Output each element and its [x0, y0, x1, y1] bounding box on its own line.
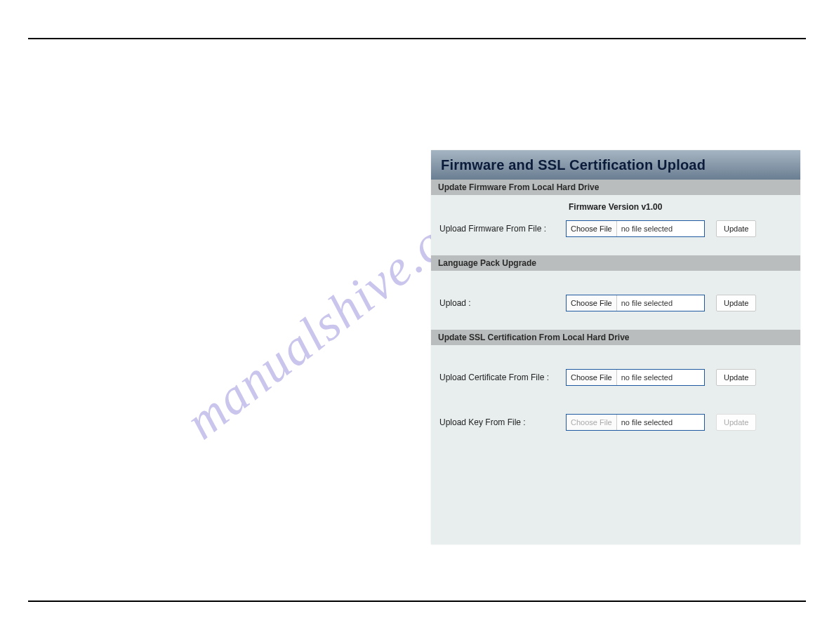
- section-body-langpack: Upload : Choose File no file selected Up…: [431, 271, 800, 330]
- ssl-cert-file-text: no file selected: [617, 373, 673, 382]
- ssl-cert-file-input[interactable]: Choose File no file selected: [566, 369, 705, 386]
- langpack-upload-row: Upload : Choose File no file selected Up…: [439, 295, 792, 311]
- firmware-choose-button[interactable]: Choose File: [567, 221, 617, 236]
- langpack-file-text: no file selected: [617, 299, 673, 307]
- ssl-key-row: Upload Key From File : Choose File no fi…: [439, 414, 792, 431]
- firmware-file-text: no file selected: [617, 224, 673, 233]
- ssl-key-update-button: Update: [716, 414, 756, 431]
- langpack-file-input[interactable]: Choose File no file selected: [566, 295, 705, 311]
- page-rule-bottom: [28, 601, 806, 602]
- section-body-ssl: Upload Certificate From File : Choose Fi…: [431, 345, 800, 449]
- upload-panel: Firmware and SSL Certification Upload Up…: [431, 150, 800, 544]
- ssl-key-choose-button[interactable]: Choose File: [567, 415, 617, 430]
- firmware-upload-label: Upload Firmware From File :: [439, 224, 560, 234]
- section-bar-langpack: Language Pack Upgrade: [431, 255, 800, 271]
- page-rule-top: [28, 38, 806, 39]
- firmware-update-button[interactable]: Update: [716, 220, 756, 237]
- section-body-firmware: Firmware Version v1.00 Upload Firmware F…: [431, 195, 800, 255]
- ssl-key-file-input[interactable]: Choose File no file selected: [566, 414, 705, 431]
- ssl-key-label: Upload Key From File :: [439, 417, 560, 427]
- langpack-update-button[interactable]: Update: [716, 295, 756, 311]
- firmware-file-input[interactable]: Choose File no file selected: [566, 220, 705, 237]
- section-bar-firmware: Update Firmware From Local Hard Drive: [431, 180, 800, 195]
- firmware-version: Firmware Version v1.00: [439, 202, 792, 212]
- ssl-key-file-text: no file selected: [617, 418, 673, 427]
- ssl-cert-update-button[interactable]: Update: [716, 369, 756, 386]
- firmware-upload-row: Upload Firmware From File : Choose File …: [439, 220, 792, 237]
- ssl-cert-label: Upload Certificate From File :: [439, 373, 560, 382]
- ssl-cert-row: Upload Certificate From File : Choose Fi…: [439, 369, 792, 386]
- panel-title: Firmware and SSL Certification Upload: [431, 150, 800, 180]
- langpack-choose-button[interactable]: Choose File: [567, 295, 617, 311]
- langpack-upload-label: Upload :: [439, 298, 560, 308]
- section-bar-ssl: Update SSL Certification From Local Hard…: [431, 330, 800, 345]
- ssl-cert-choose-button[interactable]: Choose File: [567, 370, 617, 385]
